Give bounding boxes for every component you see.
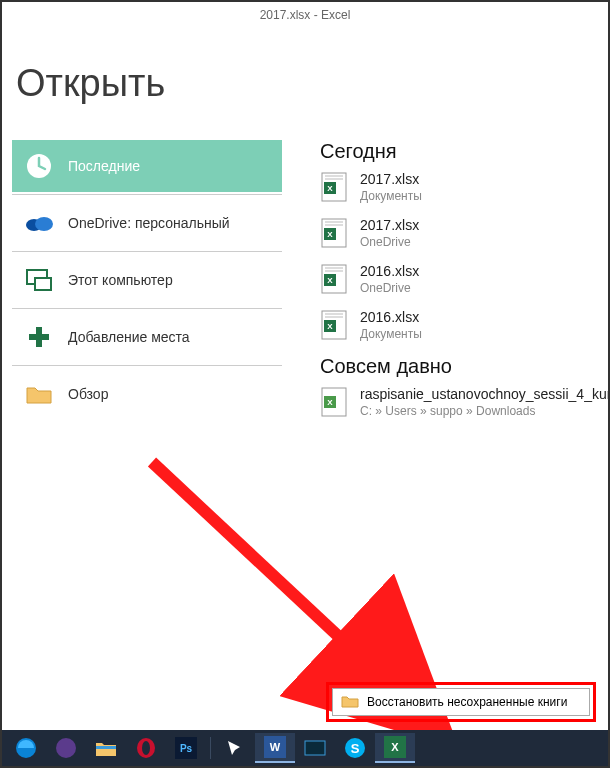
taskbar-separator: [210, 737, 211, 759]
file-name: 2016.xlsx: [360, 309, 422, 325]
taskbar-photoshop[interactable]: Ps: [166, 733, 206, 763]
taskbar-firefox[interactable]: [46, 733, 86, 763]
file-name: raspisanie_ustanovochnoy_sessii_4_kur: [360, 386, 610, 402]
folder-icon: [341, 694, 359, 711]
divider: [12, 251, 282, 252]
folder-icon: [24, 380, 54, 408]
xlsx-icon: X: [320, 263, 348, 295]
file-item[interactable]: X 2016.xlsx Документы: [320, 309, 608, 341]
file-name: 2016.xlsx: [360, 263, 419, 279]
sidebar-item-this-pc[interactable]: Этот компьютер: [12, 254, 282, 306]
plus-icon: [24, 323, 54, 351]
svg-rect-34: [96, 746, 116, 749]
taskbar: Ps W S X: [2, 730, 608, 766]
sidebar-item-onedrive[interactable]: OneDrive: персональный: [12, 197, 282, 249]
svg-text:X: X: [327, 398, 333, 407]
svg-rect-4: [35, 278, 51, 290]
file-location: Документы: [360, 327, 422, 341]
window-title: 2017.xlsx - Excel: [2, 8, 608, 22]
svg-rect-41: [305, 741, 325, 755]
section-today: Сегодня: [320, 140, 608, 163]
recover-unsaved-button[interactable]: Восстановить несохраненные книги: [332, 688, 590, 716]
file-item[interactable]: X 2017.xlsx OneDrive: [320, 217, 608, 249]
taskbar-word[interactable]: W: [255, 733, 295, 763]
svg-text:X: X: [327, 184, 333, 193]
sidebar-item-recent[interactable]: Последние: [12, 140, 282, 192]
sidebar-item-label: Последние: [68, 158, 140, 174]
divider: [12, 365, 282, 366]
divider: [12, 194, 282, 195]
svg-line-31: [152, 462, 398, 692]
svg-text:X: X: [327, 322, 333, 331]
xlsx-icon: X: [320, 217, 348, 249]
open-sidebar: Последние OneDrive: персональный Этот ко…: [12, 140, 282, 420]
svg-text:X: X: [327, 230, 333, 239]
xlsx-icon: X: [320, 171, 348, 203]
taskbar-opera[interactable]: [126, 733, 166, 763]
svg-rect-6: [29, 334, 49, 340]
file-location: Документы: [360, 189, 422, 203]
svg-text:Ps: Ps: [180, 743, 193, 754]
svg-text:S: S: [351, 741, 360, 756]
clock-icon: [24, 152, 54, 180]
taskbar-skype[interactable]: S: [335, 733, 375, 763]
xlsx-icon: X: [320, 309, 348, 341]
svg-point-33: [56, 738, 76, 758]
file-list-panel: Сегодня X 2017.xlsx Документы X 2017.xls…: [320, 140, 608, 432]
svg-point-36: [142, 741, 150, 755]
recover-button-label: Восстановить несохраненные книги: [367, 695, 567, 709]
xls-icon: X: [320, 386, 348, 418]
svg-text:X: X: [327, 276, 333, 285]
taskbar-edge[interactable]: [6, 733, 46, 763]
sidebar-item-label: Этот компьютер: [68, 272, 173, 288]
file-location: C: » Users » suppo » Downloads: [360, 404, 610, 418]
sidebar-item-label: Добавление места: [68, 329, 190, 345]
taskbar-cursor-app[interactable]: [215, 733, 255, 763]
sidebar-item-label: OneDrive: персональный: [68, 215, 230, 231]
sidebar-item-add-place[interactable]: Добавление места: [12, 311, 282, 363]
divider: [12, 308, 282, 309]
taskbar-explorer[interactable]: [86, 733, 126, 763]
cloud-icon: [24, 209, 54, 237]
file-name: 2017.xlsx: [360, 217, 419, 233]
file-name: 2017.xlsx: [360, 171, 422, 187]
file-item[interactable]: X 2017.xlsx Документы: [320, 171, 608, 203]
svg-point-2: [35, 217, 53, 231]
taskbar-excel[interactable]: X: [375, 733, 415, 763]
sidebar-item-browse[interactable]: Обзор: [12, 368, 282, 420]
sidebar-item-label: Обзор: [68, 386, 108, 402]
pc-icon: [24, 266, 54, 294]
svg-text:X: X: [391, 741, 399, 753]
svg-text:W: W: [270, 741, 281, 753]
taskbar-screen-app[interactable]: [295, 733, 335, 763]
section-long-ago: Совсем давно: [320, 355, 608, 378]
file-item[interactable]: X raspisanie_ustanovochnoy_sessii_4_kur …: [320, 386, 608, 418]
file-location: OneDrive: [360, 235, 419, 249]
file-location: OneDrive: [360, 281, 419, 295]
file-item[interactable]: X 2016.xlsx OneDrive: [320, 263, 608, 295]
page-title: Открыть: [16, 62, 165, 105]
